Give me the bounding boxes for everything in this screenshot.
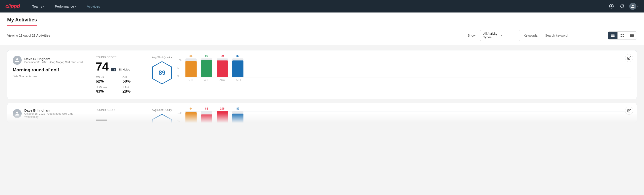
bar-inner	[201, 60, 212, 77]
list-compact-view-button[interactable]	[608, 32, 618, 39]
hexagon-wrap: Avg Shot Quality 89	[152, 56, 172, 84]
bar-inner	[186, 61, 196, 77]
score-big: —	[96, 113, 107, 123]
y-label: 100	[178, 59, 182, 62]
viewing-total: 29	[32, 34, 36, 37]
bar-inner	[232, 60, 244, 77]
viewing-count-text: Viewing 12 out of 29 Activities	[7, 34, 464, 37]
chart-grid-mid	[186, 68, 631, 68]
quality-label: Avg Shot Quality	[152, 56, 172, 59]
bar-inner	[186, 112, 196, 123]
stat-item: GIR 50%	[122, 76, 145, 84]
user-name: Dave Billingham	[24, 108, 88, 112]
refresh-button[interactable]	[618, 3, 626, 10]
svg-rect-8	[620, 36, 622, 37]
y-label: 50	[178, 67, 182, 70]
bar-chart: 100500 85 OTT 90 APP	[178, 59, 631, 81]
svg-rect-4	[611, 35, 614, 36]
viewing-label: Activities	[36, 34, 50, 37]
bar-chart: 100500 94 OTT 82 APP	[178, 112, 631, 123]
card-left: Dave Billingham October 16, 2021 - Gog M…	[13, 108, 88, 121]
chart-y-labels: 100500	[178, 112, 182, 123]
add-activity-button[interactable]	[608, 3, 615, 10]
card-stats: Round Score — FW Hit 43% GIR 56%	[96, 108, 145, 123]
activity-title: Morning round of golf	[13, 68, 88, 72]
svg-marker-14	[152, 114, 172, 123]
stat-label: FW Hit	[96, 76, 118, 79]
bar-outer	[201, 111, 212, 123]
search-input[interactable]	[545, 34, 601, 37]
user-menu-button[interactable]: ▾	[629, 3, 639, 10]
score-big: 74	[96, 61, 109, 72]
grid-view-button[interactable]	[618, 32, 627, 39]
nav-activities[interactable]: Activities	[85, 4, 102, 9]
hexagon-wrap: Avg Shot Quality	[152, 108, 172, 123]
bar-outer	[232, 58, 244, 77]
activity-card: Dave Billingham December 05, 2021 - Gog …	[7, 50, 637, 99]
bar-outer	[201, 58, 212, 77]
user-date: December 05, 2021 - Gog Magog Golf Club …	[24, 61, 82, 64]
edit-button[interactable]	[625, 107, 633, 115]
svg-rect-9	[622, 36, 624, 37]
hexagon	[152, 114, 172, 123]
data-source: Data Source: Arccos	[13, 75, 88, 78]
score-row: —	[96, 113, 145, 123]
filter-bar: Viewing 12 out of 29 Activities Show: Al…	[0, 26, 644, 45]
avatar	[13, 109, 22, 118]
user-name: Dave Billingham	[24, 57, 82, 61]
round-score-label: Round Score	[96, 108, 145, 112]
quality-label: Avg Shot Quality	[152, 108, 172, 112]
avatar	[629, 3, 636, 10]
score-badge: +4	[111, 68, 116, 72]
activity-card: Dave Billingham October 16, 2021 - Gog M…	[7, 103, 637, 123]
bar-value: 87	[236, 107, 239, 110]
page-title: My Activities	[7, 12, 37, 26]
y-label: 100	[178, 112, 182, 114]
bar-inner	[217, 60, 228, 77]
keywords-label: Keywords:	[524, 34, 538, 37]
activity-type-value: All Activity Types	[483, 32, 499, 39]
stat-value: 50%	[122, 79, 145, 84]
y-label: 0	[178, 74, 182, 77]
svg-rect-5	[611, 36, 614, 37]
bar-column: 106 ARG	[217, 107, 228, 123]
bar-column: 87 PUTT	[232, 107, 244, 123]
bar-chart-wrap: 100500 85 OTT 90 APP	[178, 59, 631, 81]
svg-rect-11	[630, 35, 634, 36]
stat-value: 28%	[122, 89, 145, 94]
list-full-view-button[interactable]	[627, 32, 637, 39]
search-field-wrap[interactable]	[542, 32, 604, 39]
chart-y-labels: 100500	[178, 59, 182, 77]
bar-value: 94	[190, 107, 192, 110]
card-quality: Avg Shot Quality 89 100500	[152, 56, 631, 84]
page-header: My Activities	[0, 12, 644, 26]
bar-value: 90	[205, 54, 208, 58]
edit-button[interactable]	[625, 54, 633, 62]
bar-inner	[217, 111, 228, 123]
user-row: Dave Billingham October 16, 2021 - Gog M…	[13, 108, 88, 118]
quality-score: 89	[158, 69, 165, 76]
logo[interactable]: clippd	[5, 3, 20, 9]
nav-teams[interactable]: Teams ▾	[30, 4, 46, 9]
bar-label: OTT	[188, 78, 194, 81]
viewing-count: 12	[19, 34, 22, 37]
card-left: Dave Billingham December 05, 2021 - Gog …	[13, 56, 88, 78]
performance-chevron-icon: ▾	[75, 5, 76, 8]
svg-rect-3	[611, 34, 614, 34]
hexagon: 89	[152, 61, 172, 84]
svg-rect-12	[630, 36, 634, 37]
stat-label: 1 Putt	[122, 86, 145, 89]
activity-type-dropdown[interactable]: All Activity Types ▾	[480, 30, 520, 41]
stat-value: 43%	[96, 89, 118, 94]
show-label: Show:	[468, 34, 476, 37]
stat-label: GIR	[122, 76, 145, 79]
bar-outer	[217, 58, 228, 77]
chart-grid-bottom	[186, 77, 631, 78]
round-score-label: Round Score	[96, 56, 145, 59]
svg-rect-6	[620, 34, 622, 35]
nav-performance[interactable]: Performance ▾	[53, 4, 78, 9]
navbar-right: ▾	[608, 3, 639, 10]
bar-outer	[232, 111, 244, 123]
bar-outer	[186, 58, 196, 77]
user-date: October 16, 2021 - Gog Magog Golf Club -…	[24, 112, 88, 118]
